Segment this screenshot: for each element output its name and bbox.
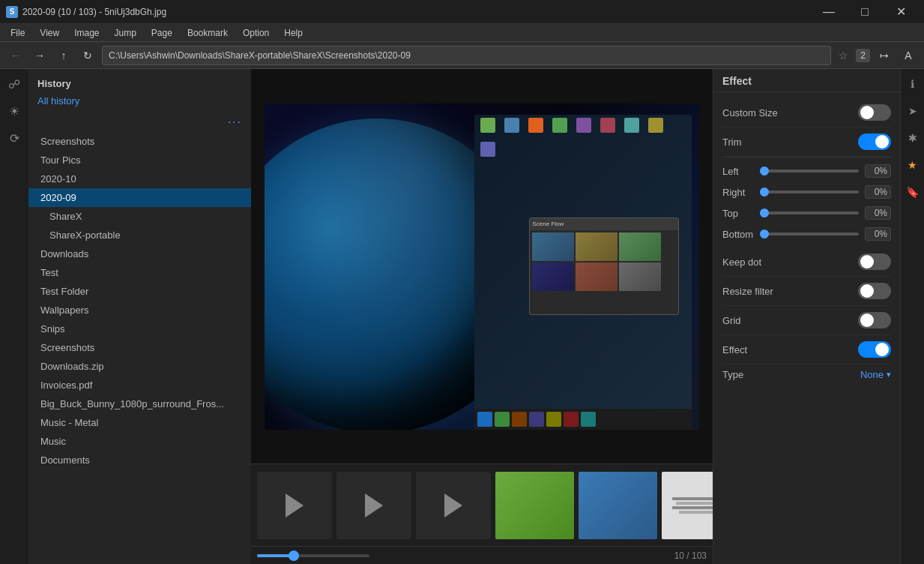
progress-thumb[interactable]: [289, 550, 299, 561]
filmstrip-thumb-2[interactable]: [579, 472, 657, 539]
bookmark-icon[interactable]: 🔖: [904, 183, 922, 201]
refresh-button[interactable]: ↻: [78, 46, 97, 65]
menu-image[interactable]: Image: [67, 26, 106, 40]
trim-label: Trim: [722, 136, 742, 148]
tree-item-tour-pics[interactable]: Tour Pics: [28, 151, 251, 170]
back-button[interactable]: ←: [6, 46, 25, 65]
desktop-icons: [474, 115, 692, 166]
menu-page[interactable]: Page: [144, 26, 180, 40]
chevron-down-icon: ▾: [887, 370, 891, 380]
menu-view[interactable]: View: [32, 26, 67, 40]
trim-row: Trim: [722, 128, 891, 157]
forward-button[interactable]: →: [30, 46, 49, 65]
keep-dot-toggle[interactable]: [858, 254, 891, 270]
filmstrip-thumb-3[interactable]: [662, 472, 713, 539]
progress-fill: [257, 554, 291, 557]
trim-right-slider[interactable]: [760, 190, 859, 194]
trim-left-slider[interactable]: [760, 170, 859, 172]
trim-top-slider[interactable]: [760, 212, 859, 214]
play-button-3[interactable]: [416, 472, 491, 539]
resize-filter-toggle[interactable]: [858, 283, 891, 299]
grid-row: Grid: [722, 306, 891, 335]
info-icon[interactable]: ℹ: [904, 75, 922, 93]
tree-item-invoices[interactable]: Invoices.pdf: [28, 376, 251, 394]
trim-top-row: Top 0%: [722, 202, 891, 224]
menu-jump[interactable]: Jump: [107, 26, 144, 40]
send-icon[interactable]: ➤: [904, 102, 922, 120]
trim-left-thumb: [760, 166, 769, 176]
reader-button[interactable]: A: [899, 46, 918, 65]
tree-item-snips[interactable]: Snips: [28, 320, 251, 338]
close-button[interactable]: ✕: [884, 0, 918, 24]
all-history-link[interactable]: All history: [28, 92, 251, 112]
trim-right-value: 0%: [865, 185, 891, 199]
sidebar-header: History: [28, 72, 251, 92]
tree-item-test-folder[interactable]: Test Folder: [28, 282, 251, 301]
address-input[interactable]: [102, 46, 831, 65]
sidebar-content: ☍ ☀ ⟳ History All history ··· Screenshot…: [0, 69, 251, 564]
desktop-window: Scene Flow: [474, 115, 692, 430]
trim-top-value: 0%: [865, 206, 891, 220]
address-bar: ← → ↑ ↻ ☆ 2 ↦ A: [0, 42, 924, 69]
menu-bookmark[interactable]: Bookmark: [180, 26, 235, 40]
taskbar-icon-4: [529, 412, 544, 427]
tree-item-big-buck-bunny[interactable]: Big_Buck_Bunny_1080p_surround_Fros...: [28, 394, 251, 413]
inner-window: Scene Flow: [529, 218, 679, 315]
resize-filter-label: Resize filter: [722, 286, 773, 297]
sparkle-icon[interactable]: ✱: [904, 129, 922, 147]
maximize-button[interactable]: □: [848, 0, 882, 24]
tree-item-test[interactable]: Test: [28, 263, 251, 282]
app-icon: S: [6, 6, 18, 18]
tree-item-screenshots2[interactable]: Screenshots: [28, 338, 251, 357]
tree-item-music-metal[interactable]: Music - Metal: [28, 413, 251, 432]
tree-item-screenshots[interactable]: Screenshots: [28, 132, 251, 151]
thumb-2: [576, 232, 617, 261]
inner-window-content: [530, 230, 678, 293]
image-icon[interactable]: ☀: [5, 102, 23, 120]
menu-help[interactable]: Help: [277, 26, 310, 40]
panel-title: Effect: [713, 69, 900, 92]
tree-item-downloads-zip[interactable]: Downloads.zip: [28, 357, 251, 376]
filmstrip-thumb-inner-3: [662, 472, 713, 539]
grid-thumb: [860, 314, 874, 327]
tree-item-documents[interactable]: Documents: [28, 451, 251, 470]
up-button[interactable]: ↑: [54, 46, 73, 65]
type-label: Type: [722, 369, 743, 380]
desktop-icon-7: [621, 118, 642, 139]
tree-item-sharex[interactable]: ShareX: [28, 207, 251, 226]
effect-toggle[interactable]: [858, 341, 891, 358]
star-icon[interactable]: ★: [904, 156, 922, 174]
menu-option[interactable]: Option: [235, 26, 277, 40]
grid-toggle[interactable]: [858, 312, 891, 328]
tree-item-wallpapers[interactable]: Wallpapers: [28, 301, 251, 320]
type-value: None: [860, 369, 884, 380]
more-options-button[interactable]: ···: [228, 116, 242, 129]
share-button[interactable]: ↦: [875, 46, 894, 65]
menu-file[interactable]: File: [3, 26, 32, 40]
slider-area: [257, 554, 674, 557]
tree-item-downloads[interactable]: Downloads: [28, 244, 251, 263]
progress-track: [257, 554, 369, 557]
trim-left-row: Left 0%: [722, 160, 891, 182]
play-button-1[interactable]: [257, 472, 332, 539]
play-button-2[interactable]: [336, 472, 411, 539]
library-icon[interactable]: ☍: [5, 75, 23, 93]
trim-bottom-value: 0%: [865, 227, 891, 241]
custom-size-toggle[interactable]: [858, 104, 891, 121]
menu-bar: File View Image Jump Page Bookmark Optio…: [0, 24, 924, 42]
filmstrip-thumb-1[interactable]: [495, 472, 574, 539]
thumb-6: [619, 262, 661, 291]
tree-item-2020-10[interactable]: 2020-10: [28, 170, 251, 188]
type-value-area[interactable]: None ▾: [860, 369, 891, 380]
trim-left-label: Left: [722, 166, 754, 177]
minimize-button[interactable]: —: [812, 0, 846, 24]
tree-item-2020-09[interactable]: 2020-09: [28, 188, 251, 207]
custom-size-label: Custom Size: [722, 107, 778, 118]
desktop-icon-1: [477, 118, 498, 139]
history-icon[interactable]: ⟳: [5, 129, 23, 147]
tree-item-sharex-portable[interactable]: ShareX-portable: [28, 226, 251, 244]
tree-item-music[interactable]: Music: [28, 432, 251, 451]
trim-toggle[interactable]: [858, 134, 891, 150]
trim-bottom-slider[interactable]: [760, 232, 859, 236]
main-image: Scene Flow: [265, 104, 699, 430]
